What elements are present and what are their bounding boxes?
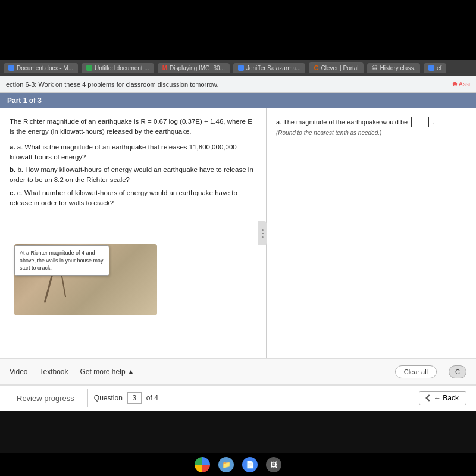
doc-icon — [8, 65, 14, 71]
answer-row-a: a. The magnitude of the earthquake would… — [276, 117, 466, 127]
panel-resize-handle[interactable] — [258, 221, 267, 245]
answer-prompt-text: a. The magnitude of the earthquake would… — [276, 118, 408, 126]
question-label: Question — [94, 394, 123, 402]
assi-badge: ❶ Assi — [452, 81, 470, 87]
question-number-box[interactable]: 3 — [127, 392, 142, 404]
taskbar: 📁 📄 🖼 — [0, 453, 476, 476]
textbook-link[interactable]: Textbook — [39, 368, 68, 376]
notification-text: ection 6-3: Work on these 4 problems for… — [6, 81, 218, 88]
video-link[interactable]: Video — [10, 368, 27, 376]
sub-question-c: c. c. What number of kilowatt-hours of e… — [10, 188, 256, 209]
round-note-text: (Round to the nearest tenth as needed.) — [276, 130, 466, 136]
of-label: of 4 — [146, 394, 158, 402]
history-icon: 🏛 — [372, 65, 378, 71]
docs-icon[interactable]: 📄 — [242, 457, 258, 472]
review-progress-button[interactable]: Review progress — [10, 390, 82, 406]
tooltip-box: At a Richter magnitude of 4 and above, t… — [14, 245, 109, 276]
main-question-text: The Richter magnitude of an earthquake i… — [10, 117, 256, 137]
bottom-toolbar: Video Textbook Get more help ▲ Clear all… — [0, 358, 476, 384]
tab-history[interactable]: 🏛 History class. — [367, 63, 420, 73]
back-arrow-icon — [425, 394, 432, 401]
question-right-panel: a. The magnitude of the earthquake would… — [267, 108, 476, 358]
question-body: The Richter magnitude of an earthquake i… — [0, 108, 476, 358]
question-nav: Question 3 of 4 — [94, 392, 158, 404]
tab-document[interactable]: Document.docx - M... — [4, 63, 78, 73]
tab-ef[interactable]: ef — [424, 63, 446, 73]
slides-icon[interactable]: 🖼 — [266, 457, 281, 472]
sub-question-b: b. b. How many kilowatt-hours of energy … — [10, 165, 256, 186]
notification-bar: ection 6-3: Work on these 4 problems for… — [0, 76, 476, 93]
top-black-bar — [0, 0, 476, 60]
chrome-icon[interactable] — [195, 457, 210, 472]
question-left-panel: The Richter magnitude of an earthquake i… — [0, 108, 267, 358]
tab-untitled[interactable]: Untitled document ... — [82, 63, 154, 73]
main-area: Part 1 of 3 The Richter magnitude of an … — [0, 93, 476, 411]
files-icon[interactable]: 📁 — [218, 457, 234, 472]
back-button[interactable]: ← Back — [419, 391, 466, 405]
browser-tabs: Document.docx - M... Untitled document .… — [0, 60, 476, 76]
tab-clever[interactable]: C Clever | Portal — [309, 62, 363, 73]
tab-img[interactable]: M Displaying IMG_30... — [158, 63, 230, 73]
progress-divider — [87, 389, 88, 407]
answer-input-box[interactable] — [411, 117, 429, 127]
more-help-link[interactable]: Get more help ▲ — [80, 368, 134, 376]
clear-all-button[interactable]: Clear all — [395, 365, 437, 378]
part-header: Part 1 of 3 — [0, 93, 476, 108]
doc3-icon — [238, 65, 244, 71]
ef-icon — [428, 65, 434, 71]
c-button[interactable]: C — [449, 365, 466, 378]
doc2-icon — [86, 65, 92, 71]
sub-question-a: a. a. What is the magnitude of an earthq… — [10, 142, 256, 163]
footer-bar: Review progress Question 3 of 4 ← Back — [0, 384, 476, 411]
tab-jeniffer[interactable]: Jeniffer Salazarma... — [233, 63, 306, 73]
handle-dots — [262, 229, 264, 238]
clever-icon: C — [314, 64, 318, 71]
mail-icon: M — [162, 65, 167, 71]
